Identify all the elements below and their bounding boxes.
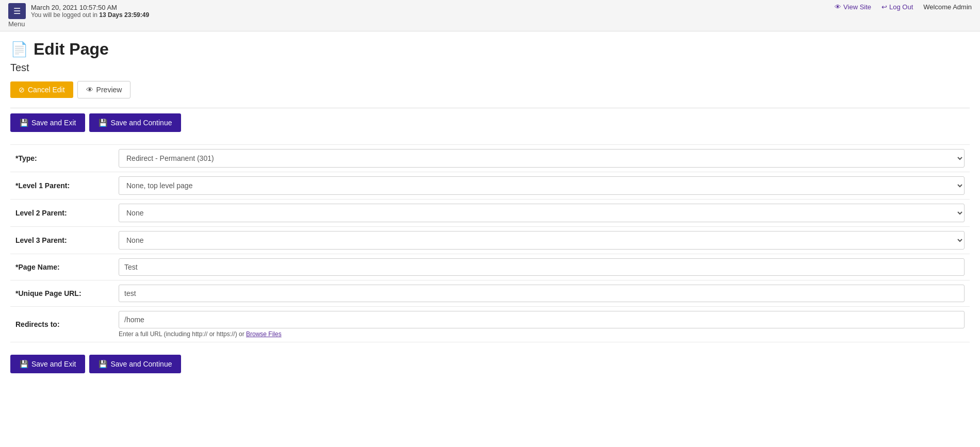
main-content: 📄 Edit Page Test ⊘ Cancel Edit 👁 Preview… <box>0 31 980 382</box>
page-icon: 📄 <box>10 41 28 58</box>
cancel-edit-button[interactable]: ⊘ Cancel Edit <box>10 81 73 98</box>
page-subtitle: Test <box>10 62 970 74</box>
level1-select[interactable]: None, top level page <box>119 176 965 195</box>
level1-row: *Level 1 Parent: None, top level page <box>10 172 970 200</box>
page-name-label: *Page Name: <box>10 254 113 280</box>
level1-field-cell: None, top level page <box>113 172 970 200</box>
unique-url-label: *Unique Page URL: <box>10 280 113 307</box>
bottom-save-exit-button[interactable]: 💾 Save and Exit <box>10 355 85 373</box>
top-save-continue-button[interactable]: 💾 Save and Continue <box>89 113 181 132</box>
top-action-buttons: 💾 Save and Exit 💾 Save and Continue <box>10 113 970 132</box>
topbar-datetime: March 20, 2021 10:57:50 AM <box>31 4 149 11</box>
type-row: *Type: Redirect - Permanent (301) <box>10 145 970 172</box>
edit-form: *Type: Redirect - Permanent (301) *Level… <box>10 144 970 342</box>
page-name-row: *Page Name: <box>10 254 970 280</box>
redirects-field-cell: Enter a full URL (including http:// or h… <box>113 307 970 342</box>
topbar-countdown: 13 Days 23:59:49 <box>99 11 149 19</box>
level3-row: Level 3 Parent: None <box>10 227 970 254</box>
logout-icon: ↩ <box>881 3 887 11</box>
level2-field-cell: None <box>113 200 970 227</box>
page-title: Edit Page <box>34 40 109 59</box>
view-site-link[interactable]: 👁 View Site <box>835 3 871 11</box>
level2-row: Level 2 Parent: None <box>10 200 970 227</box>
redirects-input[interactable] <box>119 311 965 328</box>
save-exit-icon-bottom: 💾 <box>20 360 28 368</box>
toolbar: ⊘ Cancel Edit 👁 Preview <box>10 81 970 98</box>
eye-icon: 👁 <box>835 3 841 11</box>
type-label: *Type: <box>10 145 113 172</box>
page-name-field-cell <box>113 254 970 280</box>
logout-link[interactable]: ↩ Log Out <box>881 3 913 11</box>
level3-select[interactable]: None <box>119 231 965 250</box>
save-exit-icon-top: 💾 <box>20 119 28 127</box>
page-title-row: 📄 Edit Page <box>10 40 970 59</box>
redirects-row: Redirects to: Enter a full URL (includin… <box>10 307 970 342</box>
unique-url-row: *Unique Page URL: <box>10 280 970 307</box>
browse-files-link[interactable]: Browse Files <box>246 330 282 338</box>
type-select[interactable]: Redirect - Permanent (301) <box>119 149 965 168</box>
level2-label: Level 2 Parent: <box>10 200 113 227</box>
save-continue-icon-top: 💾 <box>99 119 107 127</box>
redirects-label: Redirects to: <box>10 307 113 342</box>
unique-url-input[interactable] <box>119 285 965 302</box>
menu-button[interactable]: ☰ <box>8 3 26 19</box>
preview-button[interactable]: 👁 Preview <box>77 81 131 98</box>
top-save-exit-button[interactable]: 💾 Save and Exit <box>10 113 85 132</box>
menu-label[interactable]: Menu <box>8 20 149 28</box>
bottom-action-buttons: 💾 Save and Exit 💾 Save and Continue <box>10 355 970 373</box>
level1-label: *Level 1 Parent: <box>10 172 113 200</box>
topbar-logout-notice: You will be logged out in 13 Days 23:59:… <box>31 11 149 19</box>
unique-url-field-cell <box>113 280 970 307</box>
divider-1 <box>10 108 970 108</box>
ban-icon: ⊘ <box>19 86 25 94</box>
topbar-right: 👁 View Site ↩ Log Out Welcome Admin <box>835 3 972 11</box>
topbar-left: ☰ March 20, 2021 10:57:50 AM You will be… <box>8 3 149 28</box>
welcome-text: Welcome Admin <box>923 3 972 11</box>
topbar: ☰ March 20, 2021 10:57:50 AM You will be… <box>0 0 980 31</box>
level3-label: Level 3 Parent: <box>10 227 113 254</box>
redirects-hint: Enter a full URL (including http:// or h… <box>119 330 965 338</box>
save-continue-icon-bottom: 💾 <box>99 360 107 368</box>
level3-field-cell: None <box>113 227 970 254</box>
level2-select[interactable]: None <box>119 204 965 222</box>
type-field-cell: Redirect - Permanent (301) <box>113 145 970 172</box>
page-name-input[interactable] <box>119 258 965 276</box>
preview-eye-icon: 👁 <box>86 86 93 94</box>
bottom-save-continue-button[interactable]: 💾 Save and Continue <box>89 355 181 373</box>
